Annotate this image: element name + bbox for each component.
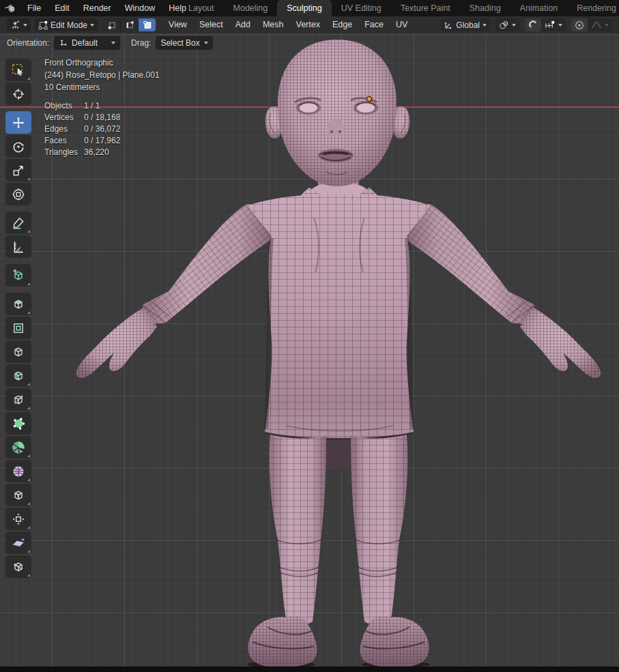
snapping-controls[interactable]: [525, 18, 566, 31]
top-menu-file[interactable]: File: [20, 0, 48, 16]
proportional-editing-controls[interactable]: [571, 18, 612, 31]
extrude-region-tool-button[interactable]: [5, 293, 31, 315]
add-cube-icon: [12, 269, 25, 282]
chevron-down-icon: [90, 24, 94, 27]
cursor-tool-button[interactable]: [5, 83, 31, 105]
transform-tool-button[interactable]: [5, 183, 31, 205]
edge-slide-tool-button[interactable]: [5, 484, 31, 506]
smooth-tool-button[interactable]: [5, 460, 31, 482]
edge-select-mode-button[interactable]: [120, 18, 138, 31]
pivot-point-dropdown[interactable]: [495, 18, 519, 31]
face-select-mode-button[interactable]: [138, 18, 156, 31]
scale-tool-button[interactable]: [5, 159, 31, 181]
menu-vertex[interactable]: Vertex: [289, 16, 326, 33]
viewport-header: Edit Mode ViewSelectAddMeshVertexEdgeFac…: [0, 16, 619, 33]
chevron-down-icon: [558, 24, 562, 27]
chevron-down-icon: [483, 24, 487, 27]
mode-label: Edit Mode: [51, 20, 87, 30]
menu-view[interactable]: View: [162, 16, 193, 33]
chevron-down-icon: [111, 42, 115, 44]
menu-face[interactable]: Face: [358, 16, 390, 33]
measure-icon: [12, 240, 25, 254]
chevron-down-icon: [605, 24, 609, 27]
workspace-tabs: LayoutModelingSculptingUV EditingTexture…: [179, 0, 619, 16]
proportional-falloff-dropdown[interactable]: [588, 18, 612, 31]
blender-logo-icon[interactable]: [0, 0, 20, 16]
poly-build-icon: [12, 417, 25, 430]
snap-settings-dropdown[interactable]: [541, 18, 566, 31]
drag-value: Select Box: [160, 38, 199, 48]
viewport-editor-icon: [10, 20, 20, 30]
proportional-edit-icon: [575, 20, 584, 30]
chevron-down-icon: [23, 24, 27, 27]
tab-uv-editing[interactable]: UV Editing: [332, 0, 391, 16]
shear-tool-button[interactable]: [5, 531, 31, 554]
drag-dropdown[interactable]: Select Box: [156, 36, 212, 50]
rotate-tool-button[interactable]: [5, 135, 31, 158]
menu-add[interactable]: Add: [229, 16, 257, 33]
inset-faces-icon: [12, 321, 25, 335]
orientation-dropdown[interactable]: Default: [54, 36, 120, 50]
stat-label: Objects: [44, 100, 84, 112]
chevron-down-icon: [512, 24, 516, 27]
poly-build-tool-button[interactable]: [5, 412, 31, 435]
viewport-info-text: Front Orthographic (244) Rose_Retopo | P…: [44, 57, 160, 93]
inset-faces-tool-button[interactable]: [5, 317, 31, 339]
annotate-tool-button[interactable]: [5, 211, 31, 234]
object-label: (244) Rose_Retopo | Plane.001: [44, 69, 160, 81]
transform-orientation-dropdown[interactable]: Global: [440, 18, 490, 31]
shrink-fatten-tool-button[interactable]: [5, 508, 31, 530]
viewport-menus: ViewSelectAddMeshVertexEdgeFaceUV: [162, 16, 414, 33]
tab-sculpting[interactable]: Sculpting: [277, 0, 331, 16]
menu-mesh[interactable]: Mesh: [257, 16, 290, 33]
viewport-statistics: Objects1 / 1Vertices0 / 18,168Edges0 / 3…: [44, 100, 120, 158]
menu-uv[interactable]: UV: [390, 16, 414, 33]
tab-rendering[interactable]: Rendering: [567, 0, 619, 16]
measure-tool-button[interactable]: [5, 235, 31, 258]
view-label: Front Orthographic: [44, 57, 160, 69]
stat-value: 0 / 18,168: [84, 112, 120, 123]
window-bottom-edge: [0, 667, 619, 672]
mode-dropdown[interactable]: Edit Mode: [35, 18, 98, 31]
tab-animation[interactable]: Animation: [510, 0, 568, 16]
loop-cut-icon: [12, 369, 25, 383]
rip-region-tool-button[interactable]: [5, 555, 31, 578]
tab-shading[interactable]: Shading: [460, 0, 510, 16]
top-menu-window[interactable]: Window: [118, 0, 162, 16]
editor-type-button[interactable]: [7, 18, 31, 31]
smooth-icon: [12, 465, 25, 478]
loop-cut-tool-button[interactable]: [5, 364, 31, 387]
tweak-select-tool-button[interactable]: [5, 59, 31, 81]
spin-tool-button[interactable]: [5, 436, 31, 458]
add-cube-tool-button[interactable]: [5, 264, 31, 287]
menu-select[interactable]: Select: [193, 16, 229, 33]
stat-value: 36,220: [84, 147, 120, 158]
drag-label: Drag:: [131, 38, 151, 48]
tool-settings-bar: Orientation: Default Drag: Select Box: [7, 36, 224, 50]
blender-window: Orientation: Default Drag: Select Box Fr…: [0, 0, 619, 672]
stat-value: 0 / 17,962: [84, 135, 120, 147]
orientation-value: Default: [72, 38, 98, 48]
top-menu-render[interactable]: Render: [76, 0, 118, 16]
bevel-icon: [12, 345, 25, 359]
3d-viewport[interactable]: Orientation: Default Drag: Select Box Fr…: [0, 33, 619, 667]
tab-layout[interactable]: Layout: [179, 0, 224, 16]
orientation-label: Orientation:: [7, 38, 49, 48]
viewport-toolbar: [5, 57, 31, 578]
tab-texture-paint[interactable]: Texture Paint: [391, 0, 460, 16]
move-icon: [12, 116, 25, 130]
top-menu-edit[interactable]: Edit: [48, 0, 76, 16]
menu-edge[interactable]: Edge: [326, 16, 358, 33]
tab-modeling[interactable]: Modeling: [224, 0, 278, 16]
chevron-down-icon: [204, 42, 208, 44]
scale-icon: [12, 164, 25, 177]
spin-icon: [12, 441, 25, 454]
move-tool-button[interactable]: [5, 111, 31, 134]
snap-toggle-button[interactable]: [525, 18, 541, 31]
vertex-select-mode-button[interactable]: [103, 18, 120, 31]
bevel-tool-button[interactable]: [5, 340, 31, 363]
knife-tool-button[interactable]: [5, 388, 31, 411]
falloff-curve-icon: [591, 20, 602, 29]
proportional-edit-toggle[interactable]: [571, 18, 588, 31]
magnet-icon: [528, 20, 538, 30]
